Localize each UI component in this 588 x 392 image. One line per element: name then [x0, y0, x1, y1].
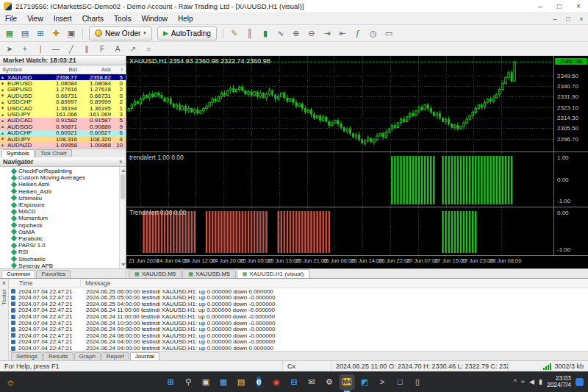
profiles-button[interactable]: ▤ [18, 26, 32, 40]
chart-shift-button[interactable]: ⇤ [335, 26, 350, 40]
new-chart-button[interactable]: ▦ [2, 26, 17, 40]
menu-item[interactable]: Window [136, 15, 173, 23]
chart-close-button[interactable]: × [575, 15, 588, 23]
store-button[interactable]: ⊟ [287, 374, 302, 390]
volume-icon[interactable]: ◀ [529, 378, 534, 385]
task-view-button[interactable]: ▣ [198, 374, 214, 390]
weather-widget-button[interactable]: ☼ [6, 376, 15, 388]
menu-item[interactable]: File [0, 15, 22, 23]
navigator-item[interactable]: MACD [0, 208, 126, 215]
templates-button[interactable]: ▭ [381, 26, 396, 40]
notification-badge[interactable] [576, 378, 584, 386]
market-watch-button[interactable]: ⊞ [33, 26, 48, 40]
navigator-item[interactable]: Parabolic [0, 235, 126, 242]
autotrading-button[interactable]: ▶ AutoTrading [157, 26, 217, 40]
navigator-scrollbar[interactable] [119, 167, 126, 268]
cursor-button[interactable]: ➤ [2, 43, 17, 54]
scroll-down-icon[interactable] [121, 263, 126, 266]
navigator-item[interactable]: CheckForRepainting [0, 168, 126, 174]
journal-row[interactable]: 2024.07.04 22:47:21 2024.06.24 11:00:00 … [9, 313, 588, 320]
trendalert-histogram[interactable] [126, 152, 553, 207]
periods-button[interactable]: ◷ [366, 26, 381, 40]
arrows-button[interactable]: ↗ [126, 43, 140, 54]
navigator-item[interactable]: OsMA [0, 229, 126, 235]
console-button[interactable]: > [375, 374, 390, 390]
menu-item[interactable]: Tools [109, 15, 136, 23]
tester-tab[interactable]: Settings [11, 352, 43, 360]
chart-restore-button[interactable]: □ [562, 15, 575, 23]
navigator-item[interactable]: Stochastic [0, 255, 126, 262]
vscode-button[interactable]: ◩ [357, 374, 373, 390]
trendalert2-histogram[interactable] [126, 207, 553, 255]
candlestick-chart-button[interactable]: ▮ [258, 26, 273, 40]
tester-close-button[interactable]: × [2, 279, 6, 288]
battery-icon[interactable]: ▮ [539, 378, 542, 385]
journal-row[interactable]: 2024.07.04 22:47:21 2024.06.24 09:00:00 … [9, 326, 588, 332]
crosshair-button[interactable]: + [18, 43, 32, 54]
fibonacci-button[interactable]: F [95, 43, 110, 54]
column-symbol[interactable]: Symbol [0, 66, 46, 73]
market-watch-row[interactable]: ▲ AUDNZD 1.09958 1.09968 10 [0, 142, 126, 148]
widgets-button[interactable]: ▦ [216, 374, 232, 390]
scroll-up-icon[interactable] [121, 169, 126, 172]
trendline-button[interactable]: ╱ [64, 43, 79, 54]
journal-row[interactable]: 2024.07.04 22:47:21 2024.06.24 08:00:00 … [9, 332, 588, 339]
time-axis[interactable]: 21 Jun 202424 Jun 04:0024 Jun 12:0024 Ju… [126, 255, 588, 268]
edge-browser-button[interactable]: e [251, 374, 267, 390]
horizontal-line-button[interactable]: ― [49, 43, 63, 54]
journal-row[interactable]: 2024.07.04 22:47:21 2024.06.25 04:00:00 … [9, 301, 588, 307]
file-explorer-button[interactable]: ▤ [234, 374, 249, 390]
column-time[interactable]: Time [9, 279, 81, 287]
menu-item[interactable]: View [22, 15, 49, 23]
navigator-item[interactable]: Heiken Ashi [0, 181, 126, 188]
search-button[interactable]: ⚲ [181, 374, 196, 390]
column-ask[interactable]: Ask [79, 66, 113, 73]
indicator-window-trendalert2[interactable]: TrendAlert 0.00 0.00 0.00-1.00 [126, 207, 588, 255]
journal-row[interactable]: 2024.07.04 22:47:21 2024.06.24 11:00:00 … [9, 307, 588, 314]
journal-row[interactable]: 2024.07.04 22:47:21 2024.06.25 06:00:00 … [9, 288, 588, 295]
indicator-window-trendalert[interactable]: trendalert 1.00 0.00 1.000.00-1.00 [126, 152, 588, 207]
navigator-item[interactable]: Heiken_Ashi [0, 188, 126, 195]
journal-row[interactable]: 2024.07.04 22:47:21 2024.06.25 05:00:00 … [9, 294, 588, 301]
navigator-item[interactable]: Momentum [0, 215, 126, 221]
navigator-item[interactable]: nrpcheck [0, 222, 126, 229]
menu-item[interactable]: Help [173, 15, 198, 23]
zoom-in-button[interactable]: ⊕ [289, 26, 304, 40]
tray-chevron-icon[interactable]: ^ [514, 378, 517, 385]
zoom-out-button[interactable]: ⊖ [304, 26, 319, 40]
menu-item[interactable]: Charts [77, 15, 109, 23]
navigator-close-button[interactable]: × [119, 158, 123, 165]
notepad-button[interactable]: ▯ [410, 374, 426, 390]
price-chart[interactable]: XAUUSD,H1 2354.93 2360.98 2322.74 2360.9… [126, 56, 588, 152]
navigator-item[interactable]: Custom Moving Averages [0, 174, 126, 181]
mt4-terminal-button[interactable]: M4 [340, 374, 355, 390]
metaeditor-button[interactable]: ✎ [227, 26, 242, 40]
new-order-button[interactable]: New Order ▾ [89, 26, 152, 40]
connection-status[interactable]: 3002/3 kb [509, 361, 588, 371]
channel-button[interactable]: ∥ [79, 43, 94, 54]
journal-row[interactable]: 2024.07.04 22:47:21 2024.06.24 04:00:00 … [9, 345, 588, 351]
settings-button[interactable]: ⚙ [322, 374, 337, 390]
wifi-icon[interactable]: ≈ [521, 378, 525, 385]
tester-tab[interactable]: Journal [130, 352, 159, 360]
taskbar-clock[interactable]: 23:03 2024/7/4 [547, 375, 571, 389]
column-spread[interactable]: ! [113, 66, 125, 73]
navigator-item[interactable]: Ichimoku [0, 195, 126, 202]
start-button[interactable]: ⊞ [163, 374, 179, 390]
line-chart-button[interactable]: ∿ [273, 26, 288, 40]
menu-item[interactable]: Insert [49, 15, 77, 23]
indicators-button[interactable]: ƒ [351, 26, 365, 40]
bar-chart-button[interactable]: ║ [243, 26, 257, 40]
text-button[interactable]: A [110, 43, 125, 54]
market-watch-tab[interactable]: Symbols [1, 149, 35, 157]
shapes-button[interactable]: ○ [141, 43, 156, 54]
navigator-item[interactable]: RSI [0, 249, 126, 255]
chart-tab[interactable]: ▦ XAUUSD,M5 [182, 269, 235, 278]
navigator-item[interactable]: PARSI 1.0 [0, 242, 126, 249]
chrome-browser-button[interactable]: ◉ [269, 374, 284, 390]
indicator-scale[interactable]: 1.000.00-1.00 [553, 152, 588, 207]
auto-scroll-button[interactable]: ⇥ [320, 26, 334, 40]
price-scale[interactable]: 2349.502340.702331.902323.102314.302305.… [553, 56, 588, 152]
column-message[interactable]: Message [81, 279, 111, 287]
tester-tab[interactable]: Report [101, 352, 129, 360]
